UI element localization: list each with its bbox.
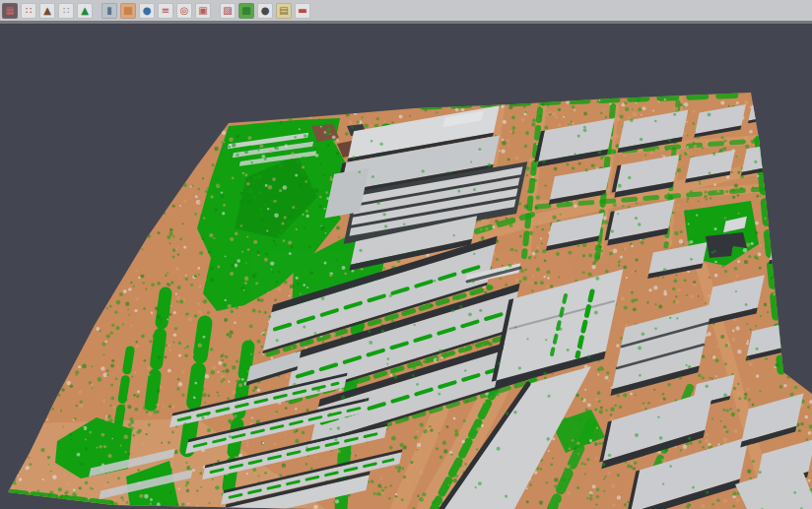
scatter-points-button[interactable]: ∷ [21, 3, 36, 19]
point [309, 218, 312, 221]
point [301, 179, 303, 181]
point [320, 225, 325, 230]
point [163, 405, 166, 408]
point [290, 285, 294, 288]
flag-red-button[interactable]: ▬ [295, 3, 310, 19]
point [182, 223, 184, 224]
point [207, 311, 210, 314]
point [212, 163, 215, 166]
point [210, 195, 213, 198]
point [334, 438, 337, 441]
checker-red-button[interactable]: ▨ [220, 3, 236, 19]
point [610, 249, 613, 252]
measure-yellow-button[interactable]: ▤ [276, 3, 292, 19]
point [395, 493, 397, 495]
ortho-view-button[interactable]: ■ [120, 3, 136, 19]
point [79, 390, 83, 394]
point [548, 395, 551, 398]
point [169, 313, 171, 316]
point [70, 384, 74, 388]
point [226, 333, 230, 337]
point [560, 214, 562, 216]
point [744, 136, 748, 140]
camera-dark-button[interactable]: ● [257, 3, 273, 19]
point [572, 439, 574, 441]
point [241, 251, 243, 253]
point [259, 384, 261, 386]
point [623, 155, 626, 158]
point [558, 123, 562, 127]
point [637, 97, 642, 102]
point [216, 411, 218, 413]
point [282, 464, 286, 468]
point [323, 170, 327, 174]
zoom-extents-button[interactable]: ▣ [195, 3, 211, 19]
classify-dark-button[interactable]: ▦ [2, 3, 18, 19]
point [134, 371, 137, 374]
viewport-3d[interactable] [0, 27, 812, 509]
terrain-brown-button[interactable]: ▲ [39, 3, 55, 19]
point [125, 501, 128, 504]
terrain-green-button[interactable]: ▲ [77, 3, 93, 19]
point [513, 411, 517, 414]
point [139, 494, 143, 498]
point [644, 154, 646, 156]
point [244, 150, 248, 154]
point [136, 430, 140, 434]
point [744, 260, 748, 264]
point [590, 433, 593, 436]
point [275, 475, 279, 478]
profile-panel-button[interactable]: ▮ [102, 3, 117, 19]
point [809, 485, 811, 487]
point [453, 234, 455, 236]
point [597, 368, 601, 372]
point [330, 134, 332, 136]
point [748, 399, 751, 402]
checker-red-icon: ▨ [223, 3, 232, 19]
point [329, 274, 332, 277]
point [515, 156, 519, 159]
point [393, 368, 397, 372]
point [103, 445, 106, 448]
point [314, 332, 317, 335]
point [384, 450, 386, 452]
point [602, 463, 606, 467]
section-lines-button[interactable]: ≡ [158, 3, 173, 19]
point [473, 253, 475, 255]
point [403, 476, 405, 477]
point [605, 270, 609, 274]
class-palette-button[interactable]: ▩ [238, 3, 254, 19]
point [647, 402, 650, 405]
point [470, 161, 472, 163]
point [265, 329, 267, 331]
point [355, 455, 357, 457]
point [122, 404, 125, 407]
point [505, 495, 508, 498]
point [436, 111, 438, 113]
point [568, 465, 571, 468]
point [161, 442, 163, 444]
target-circle-button[interactable]: ◎ [176, 3, 192, 19]
point [421, 255, 424, 258]
point [636, 202, 638, 204]
point [230, 237, 234, 241]
point [337, 388, 339, 390]
point [29, 457, 31, 459]
point [102, 399, 106, 403]
point [196, 490, 198, 492]
class-palette-icon: ▩ [241, 3, 250, 19]
points-gray-icon: ∷ [63, 3, 69, 19]
point [252, 389, 255, 392]
globe-3d-button[interactable]: ● [139, 3, 155, 19]
point [622, 205, 624, 207]
point [252, 468, 256, 472]
point [673, 300, 676, 303]
point [235, 414, 237, 417]
point [644, 408, 646, 410]
point [600, 111, 603, 114]
point [734, 267, 738, 271]
point [246, 441, 249, 444]
point [564, 417, 567, 420]
points-gray-button[interactable]: ∷ [58, 3, 74, 19]
point [168, 344, 170, 347]
